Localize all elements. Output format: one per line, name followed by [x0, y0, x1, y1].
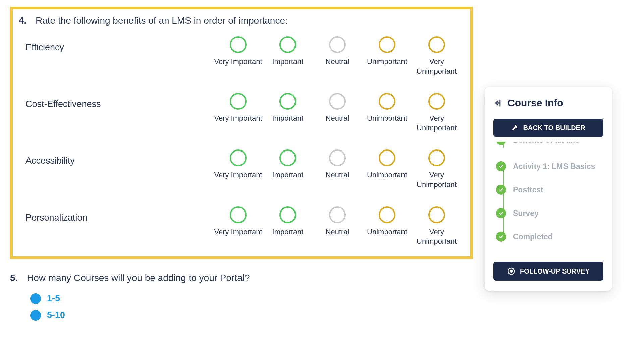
q4-number: 4.: [19, 15, 29, 26]
progress-item[interactable]: Survey: [496, 208, 603, 218]
q5-text: How many Courses will you be adding to y…: [27, 273, 250, 283]
progress-label: Completed: [513, 232, 553, 241]
rating-option: Neutral: [313, 36, 362, 76]
progress-label: Survey: [513, 209, 539, 218]
progress-label: Posttest: [513, 185, 543, 194]
row-label: Personalization: [19, 206, 213, 223]
rating-options: Very Important Important Neutral Unimpor…: [213, 206, 462, 246]
radio[interactable]: [379, 93, 395, 110]
option-label: Neutral: [326, 114, 350, 123]
option-label: Very Important: [214, 114, 262, 123]
radio[interactable]: [428, 93, 445, 110]
option-label: Very Important: [214, 57, 262, 67]
radio[interactable]: [379, 36, 395, 53]
q5-option-label: 1-5: [47, 293, 60, 304]
tools-icon: [512, 124, 519, 132]
option-label: Unimportant: [367, 114, 407, 123]
rating-row-accessibility: Accessibility Very Important Important N…: [19, 149, 464, 189]
option-label: Unimportant: [367, 227, 407, 237]
back-to-builder-button[interactable]: BACK TO BUILDER: [493, 119, 603, 137]
rating-row-cost: Cost-Effectiveness Very Important Import…: [19, 93, 464, 133]
rating-row-personalization: Personalization Very Important Important…: [19, 206, 464, 246]
q5-number: 5.: [10, 273, 20, 283]
q5-option-label: 5-10: [47, 310, 65, 320]
radio[interactable]: [329, 206, 346, 223]
eye-icon: [507, 267, 515, 275]
radio[interactable]: [230, 93, 247, 110]
option-label: Very Important: [214, 227, 262, 237]
rating-row-efficiency: Efficiency Very Important Important Neut…: [19, 36, 464, 76]
check-icon: [496, 142, 506, 145]
check-icon: [496, 232, 506, 242]
option-label: Important: [272, 170, 304, 180]
option-label: Very Unimportant: [412, 227, 462, 246]
radio[interactable]: [428, 36, 445, 53]
check-icon: [496, 161, 506, 171]
progress-item[interactable]: Posttest: [496, 185, 603, 195]
row-label: Efficiency: [19, 36, 213, 53]
radio[interactable]: [379, 206, 395, 223]
option-label: Unimportant: [367, 57, 407, 67]
radio[interactable]: [279, 149, 296, 166]
follow-up-survey-button[interactable]: FOLLOW-UP SURVEY: [493, 262, 603, 281]
option-label: Very Important: [214, 170, 262, 180]
radio[interactable]: [329, 36, 346, 53]
rating-option: Unimportant: [362, 36, 412, 76]
back-builder-label: BACK TO BUILDER: [523, 124, 585, 132]
question-5-header: 5. How many Courses will you be adding t…: [10, 273, 473, 283]
option-label: Important: [272, 114, 304, 123]
option-label: Very Unimportant: [412, 170, 462, 189]
back-arrow-icon[interactable]: [493, 98, 503, 108]
progress-label: Activity 1: LMS Basics: [513, 162, 595, 171]
rating-option: Very Unimportant: [412, 36, 462, 76]
q5-option: 5-10: [30, 310, 473, 321]
radio[interactable]: [279, 36, 296, 53]
option-label: Important: [272, 57, 304, 67]
option-label: Neutral: [326, 57, 350, 67]
q4-text: Rate the following benefits of an LMS in…: [36, 15, 288, 26]
radio[interactable]: [279, 93, 296, 110]
question-4-block: 4. Rate the following benefits of an LMS…: [10, 7, 473, 259]
progress-item[interactable]: Completed: [496, 232, 603, 242]
radio[interactable]: [230, 36, 247, 53]
radio[interactable]: [230, 149, 247, 166]
svg-point-1: [510, 270, 512, 272]
q5-options: 1-5 5-10: [10, 293, 473, 321]
option-label: Very Unimportant: [412, 114, 462, 133]
rating-options: Very Important Important Neutral Unimpor…: [213, 36, 462, 76]
course-info-panel: Course Info BACK TO BUILDER Benefits of …: [485, 87, 612, 291]
progress-list: Benefits of an lms Activity 1: LMS Basic…: [493, 142, 603, 242]
rating-options: Very Important Important Neutral Unimpor…: [213, 93, 462, 133]
progress-item[interactable]: Activity 1: LMS Basics: [496, 161, 603, 171]
radio[interactable]: [329, 149, 346, 166]
radio[interactable]: [379, 149, 395, 166]
radio-selected[interactable]: [30, 293, 41, 304]
follow-up-label: FOLLOW-UP SURVEY: [520, 267, 590, 275]
radio[interactable]: [279, 206, 296, 223]
progress-label: Benefits of an lms: [513, 142, 579, 145]
progress-item-clipped: Benefits of an lms: [496, 142, 603, 148]
sidebar-title: Course Info: [507, 97, 564, 109]
survey-main: 4. Rate the following benefits of an LMS…: [0, 0, 483, 362]
check-icon: [496, 185, 506, 195]
question-5-block: 5. How many Courses will you be adding t…: [10, 273, 473, 321]
option-label: Important: [272, 227, 304, 237]
radio[interactable]: [230, 206, 247, 223]
sidebar-header: Course Info: [493, 97, 603, 109]
radio[interactable]: [428, 149, 445, 166]
row-label: Cost-Effectiveness: [19, 93, 213, 109]
rating-options: Very Important Important Neutral Unimpor…: [213, 149, 462, 189]
rating-option: Important: [263, 36, 313, 76]
check-icon: [496, 208, 506, 218]
radio-selected[interactable]: [30, 310, 41, 321]
radio[interactable]: [329, 93, 346, 110]
radio[interactable]: [428, 206, 445, 223]
option-label: Unimportant: [367, 170, 407, 180]
option-label: Very Unimportant: [412, 57, 462, 76]
row-label: Accessibility: [19, 149, 213, 166]
option-label: Neutral: [326, 170, 350, 180]
question-4-header: 4. Rate the following benefits of an LMS…: [19, 15, 464, 26]
option-label: Neutral: [326, 227, 350, 237]
q5-option: 1-5: [30, 293, 473, 304]
rating-option: Very Important: [213, 36, 263, 76]
